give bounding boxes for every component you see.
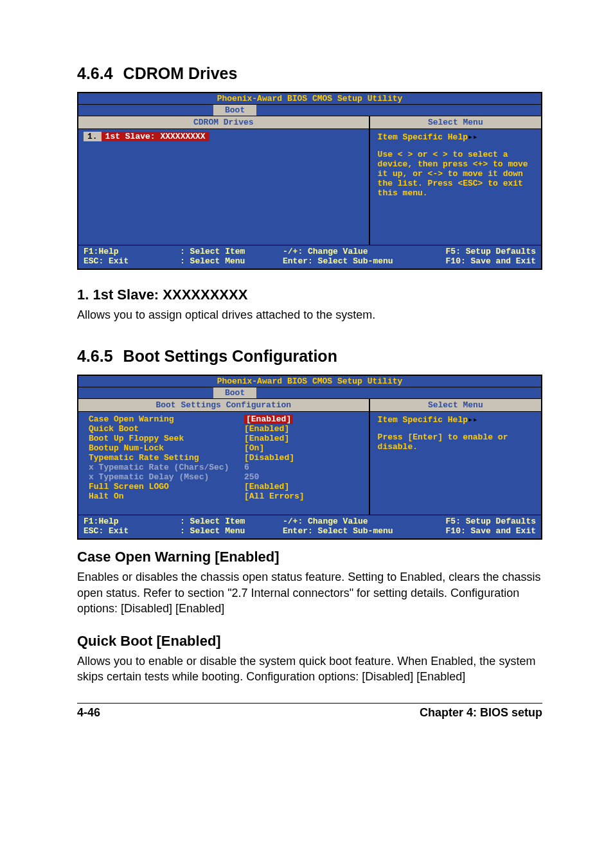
chapter-label: Chapter 4: BIOS setup bbox=[420, 706, 542, 720]
f-selmenu: : Select Menu bbox=[180, 256, 245, 266]
bios-tab-row: Boot bbox=[78, 104, 541, 116]
page-divider bbox=[77, 703, 542, 704]
setting-label: Case Open Warning bbox=[84, 414, 244, 424]
section-465-title: 4.6.5Boot Settings Configuration bbox=[77, 347, 542, 366]
slave-subtitle: 1. 1st Slave: XXXXXXXXX bbox=[77, 287, 542, 303]
setting-label: Quick Boot bbox=[84, 424, 244, 434]
help-title: Item Specific Help bbox=[378, 415, 468, 425]
bios-setting-row[interactable]: x Typematic Rate (Chars/Sec)6 bbox=[84, 463, 364, 472]
page-number: 4-46 bbox=[77, 706, 100, 720]
page-footer: 4-46 Chapter 4: BIOS setup bbox=[77, 706, 542, 720]
bios-right-head: Select Menu bbox=[370, 116, 541, 129]
help-text: Press [Enter] to enable or disable. bbox=[378, 432, 535, 452]
bios-footer: F1:HelpESC: Exit : Select Item: Select M… bbox=[78, 245, 541, 269]
setting-label: Boot Up Floppy Seek bbox=[84, 434, 244, 443]
setting-value: [All Errors] bbox=[244, 492, 305, 501]
section-number: 4.6.5 bbox=[77, 347, 113, 366]
bios-tab-row: Boot bbox=[78, 387, 541, 399]
f-change: -/+: Change Value bbox=[283, 517, 368, 526]
bios-boot-settings-box: Phoenix-Award BIOS CMOS Setup Utility Bo… bbox=[77, 375, 542, 540]
bios-left-head: CDROM Drives bbox=[78, 116, 369, 129]
bios-setting-row[interactable]: Halt On[All Errors] bbox=[84, 492, 364, 501]
setting-value: [Enabled] bbox=[244, 482, 289, 492]
bios-setting-row[interactable]: Case Open Warning[Enabled] bbox=[84, 414, 364, 424]
f-defaults: F5: Setup Defaults bbox=[446, 247, 536, 256]
f-defaults: F5: Setup Defaults bbox=[446, 517, 536, 526]
item-text: 1st Slave: XXXXXXXXX bbox=[102, 132, 209, 141]
setting-value: 250 bbox=[244, 472, 259, 482]
bios-setting-row[interactable]: Bootup Num-Lock[On] bbox=[84, 443, 364, 453]
setting-label: Bootup Num-Lock bbox=[84, 443, 244, 453]
bios-setting-row[interactable]: Full Screen LOGO[Enabled] bbox=[84, 482, 364, 492]
setting-label: Full Screen LOGO bbox=[84, 482, 244, 492]
bios-tab-boot: Boot bbox=[213, 387, 256, 398]
f-save: F10: Save and Exit bbox=[446, 526, 536, 536]
bios-help-body: Item Specific Help▸▸ Use < > or < > to s… bbox=[370, 129, 541, 245]
f-save: F10: Save and Exit bbox=[446, 256, 536, 266]
section-text: Boot Settings Configuration bbox=[123, 347, 337, 365]
bios-right-col: Select Menu Item Specific Help▸▸ Use < >… bbox=[370, 116, 541, 245]
section-number: 4.6.4 bbox=[77, 64, 113, 83]
bios-right-col: Select Menu Item Specific Help▸▸ Press [… bbox=[370, 399, 541, 515]
bios-left-body: 1.1st Slave: XXXXXXXXX bbox=[78, 129, 369, 245]
setting-value: [Enabled] bbox=[244, 434, 289, 443]
quick-boot-title: Quick Boot [Enabled] bbox=[77, 633, 542, 650]
setting-label: x Typematic Delay (Msec) bbox=[84, 472, 244, 482]
f-selitem: : Select Item bbox=[180, 517, 245, 526]
arrow-icon: ▸▸ bbox=[468, 132, 478, 142]
help-text: Use < > or < > to select a device, then … bbox=[378, 150, 535, 198]
bios-columns: CDROM Drives 1.1st Slave: XXXXXXXXX Sele… bbox=[78, 116, 541, 245]
setting-value: [Enabled] bbox=[244, 424, 289, 434]
case-open-title: Case Open Warning [Enabled] bbox=[77, 549, 542, 565]
bios-cdrom-box: Phoenix-Award BIOS CMOS Setup Utility Bo… bbox=[77, 92, 542, 270]
slave-body: Allows you to assign optical drives atta… bbox=[77, 307, 542, 323]
bios-right-head: Select Menu bbox=[370, 399, 541, 412]
f-change: -/+: Change Value bbox=[283, 247, 368, 256]
bios-left-head: Boot Settings Configuration bbox=[78, 399, 369, 412]
setting-value: [Disabled] bbox=[244, 453, 294, 463]
f-exit: ESC: Exit bbox=[84, 256, 129, 266]
arrow-icon: ▸▸ bbox=[468, 415, 478, 425]
bios-setting-row[interactable]: Typematic Rate Setting[Disabled] bbox=[84, 453, 364, 463]
bios-columns: Boot Settings Configuration Case Open Wa… bbox=[78, 399, 541, 515]
bios-settings-list: Case Open Warning[Enabled]Quick Boot[Ena… bbox=[78, 412, 369, 515]
f-sub: Enter: Select Sub-menu bbox=[283, 526, 393, 536]
f-exit: ESC: Exit bbox=[84, 526, 129, 536]
f-help: F1:Help bbox=[84, 517, 119, 526]
setting-label: x Typematic Rate (Chars/Sec) bbox=[84, 463, 244, 472]
bios-help-body: Item Specific Help▸▸ Press [Enter] to en… bbox=[370, 412, 541, 515]
bios-cdrom-item[interactable]: 1.1st Slave: XXXXXXXXX bbox=[84, 132, 364, 141]
setting-label: Halt On bbox=[84, 492, 244, 501]
bios-setting-row[interactable]: x Typematic Delay (Msec)250 bbox=[84, 472, 364, 482]
quick-boot-body: Allows you to enable or disable the syst… bbox=[77, 653, 542, 685]
case-open-body: Enables or disables the chassis open sta… bbox=[77, 569, 542, 616]
section-464-title: 4.6.4CDROM Drives bbox=[77, 64, 542, 83]
bios-footer: F1:HelpESC: Exit : Select Item: Select M… bbox=[78, 515, 541, 538]
setting-value: [Enabled] bbox=[244, 414, 293, 424]
setting-value: [On] bbox=[244, 443, 264, 453]
bios-setting-row[interactable]: Boot Up Floppy Seek[Enabled] bbox=[84, 434, 364, 443]
bios-setting-row[interactable]: Quick Boot[Enabled] bbox=[84, 424, 364, 434]
setting-label: Typematic Rate Setting bbox=[84, 453, 244, 463]
bios-title: Phoenix-Award BIOS CMOS Setup Utility bbox=[78, 93, 541, 104]
f-help: F1:Help bbox=[84, 247, 119, 256]
bios-title: Phoenix-Award BIOS CMOS Setup Utility bbox=[78, 376, 541, 387]
f-sub: Enter: Select Sub-menu bbox=[283, 256, 393, 266]
bios-left-col: CDROM Drives 1.1st Slave: XXXXXXXXX bbox=[78, 116, 370, 245]
f-selitem: : Select Item bbox=[180, 247, 245, 256]
section-text: CDROM Drives bbox=[123, 64, 238, 82]
bios-tab-boot: Boot bbox=[213, 105, 256, 116]
setting-value: 6 bbox=[244, 463, 249, 472]
item-index: 1. bbox=[84, 132, 102, 141]
f-selmenu: : Select Menu bbox=[180, 526, 245, 536]
help-title: Item Specific Help bbox=[378, 132, 468, 142]
bios-left-col: Boot Settings Configuration Case Open Wa… bbox=[78, 399, 370, 515]
